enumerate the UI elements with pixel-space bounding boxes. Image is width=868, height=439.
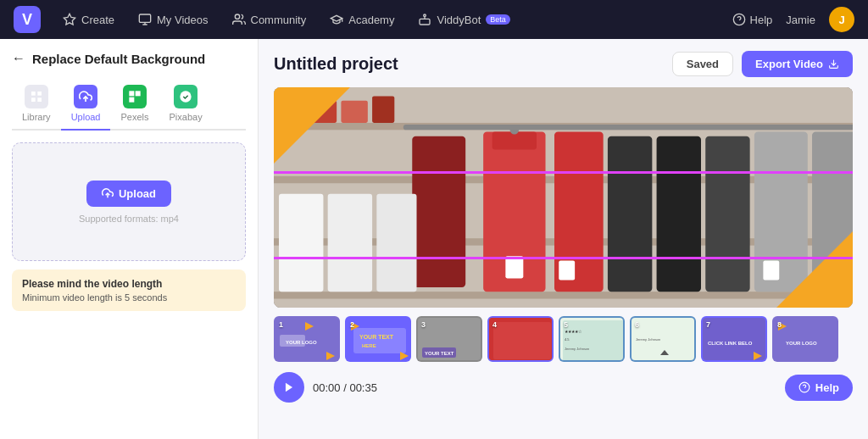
tab-upload-label: Upload (71, 112, 101, 122)
thumb-num-2: 2 (350, 320, 354, 329)
svg-rect-11 (129, 91, 134, 96)
nav-create[interactable]: Create (54, 8, 123, 31)
thumbnail-8[interactable]: 8 YOUR LOGO (772, 316, 838, 362)
play-button[interactable] (274, 372, 304, 403)
svg-text:CLICK LINK BELO: CLICK LINK BELO (708, 341, 753, 346)
svg-rect-35 (279, 194, 323, 292)
svg-rect-61 (563, 320, 624, 361)
svg-rect-30 (412, 136, 465, 287)
current-time: 00:00 / 00:35 (313, 381, 377, 394)
nav-my-videos[interactable]: My Videos (130, 8, 216, 31)
svg-rect-22 (274, 292, 853, 298)
nav-help-label: Help (750, 14, 773, 26)
svg-rect-36 (328, 194, 372, 292)
upload-tab-icon (74, 85, 97, 108)
main-layout: ← Replace Default Background Library Upl… (0, 39, 868, 439)
svg-rect-0 (139, 14, 150, 22)
svg-rect-42 (559, 260, 575, 280)
content-area: Untitled project Saved Export Video (259, 39, 868, 439)
video-line-bottom (274, 257, 853, 259)
svg-text:YOUR LOGO: YOUR LOGO (786, 341, 817, 346)
svg-rect-8 (31, 97, 36, 102)
upload-drop-zone[interactable]: Upload Supported formats: mp4 (12, 142, 246, 261)
sidebar: ← Replace Default Background Library Upl… (0, 39, 259, 439)
svg-text:YOUR LOGO: YOUR LOGO (286, 340, 317, 345)
back-button[interactable]: ← (12, 51, 25, 66)
svg-rect-38 (754, 131, 808, 292)
navigation: V Create My Videos Community Academy Vid… (0, 0, 868, 39)
tab-library[interactable]: Library (12, 80, 61, 131)
svg-rect-59 (493, 322, 551, 359)
thumbnail-4[interactable]: 4 (487, 316, 554, 362)
tab-pixabay-label: Pixabay (170, 112, 203, 122)
thumb-num-4: 4 (492, 320, 497, 329)
nav-viddybot[interactable]: ViddyBot Beta (409, 8, 518, 31)
nav-academy-label: Academy (348, 14, 394, 26)
svg-rect-41 (505, 256, 523, 278)
sidebar-title: Replace Default Background (32, 52, 205, 66)
svg-rect-34 (705, 136, 749, 292)
library-tab-icon (25, 85, 48, 108)
nav-community[interactable]: Community (224, 8, 315, 31)
svg-rect-26 (372, 96, 394, 122)
content-header: Untitled project Saved Export Video (274, 51, 853, 77)
thumb-frame-1: YOUR LOGO (275, 318, 340, 362)
svg-rect-25 (341, 101, 367, 123)
upload-button[interactable]: Upload (86, 181, 171, 207)
thumb-num-7: 7 (706, 320, 710, 329)
thumbnail-2[interactable]: 2 YOUR TEXT HERE (345, 316, 411, 362)
svg-rect-40 (403, 125, 853, 130)
svg-rect-33 (657, 136, 701, 292)
beta-badge: Beta (486, 14, 510, 25)
tab-library-label: Library (22, 112, 51, 122)
warning-title: Please mind the video length (22, 278, 236, 290)
thumb-frame-7: CLICK LINK BELO (703, 318, 767, 362)
nav-academy[interactable]: Academy (321, 8, 403, 31)
playback-bar: 00:00 / 00:35 Help (274, 372, 853, 403)
thumbnail-6[interactable]: 6 Jeremy Johnson (630, 316, 696, 362)
thumb-frame-2: YOUR TEXT HERE (347, 318, 411, 362)
thumbnail-strip: 1 YOUR LOGO 2 YOUR TEXT HERE (274, 316, 853, 364)
nav-my-videos-label: My Videos (157, 14, 208, 26)
export-button[interactable]: Export Video (742, 51, 853, 77)
thumb-num-6: 6 (635, 320, 639, 329)
video-preview (274, 87, 853, 308)
tab-pexels[interactable]: Pexels (110, 80, 159, 131)
help-button[interactable]: Help (785, 375, 853, 401)
user-avatar[interactable]: J (829, 7, 854, 32)
svg-text:YOUR TEXT: YOUR TEXT (425, 351, 454, 356)
svg-text:Jeremy Johnson: Jeremy Johnson (636, 337, 660, 342)
svg-rect-7 (37, 92, 42, 96)
export-button-label: Export Video (755, 58, 823, 70)
svg-rect-43 (763, 260, 779, 280)
nav-help[interactable]: Help (732, 13, 773, 26)
warning-box: Please mind the video length Minimum vid… (12, 270, 246, 311)
thumbnail-7[interactable]: 7 CLICK LINK BELO (701, 316, 767, 362)
svg-rect-71 (774, 318, 838, 362)
thumbnail-5[interactable]: 5 ★★★★☆ 4.5 Jeremy Johnson (559, 316, 625, 362)
svg-marker-74 (286, 383, 292, 392)
svg-rect-6 (31, 92, 36, 96)
tab-pixabay[interactable]: Pixabay (159, 80, 213, 131)
svg-point-3 (424, 14, 426, 17)
warning-text: Minimum video length is 5 seconds (22, 292, 236, 303)
project-title: Untitled project (274, 54, 672, 74)
pexels-tab-icon (123, 85, 147, 108)
logo[interactable]: V (14, 6, 41, 33)
svg-text:4.5: 4.5 (565, 337, 570, 342)
video-line-top (274, 171, 853, 174)
tab-upload[interactable]: Upload (61, 80, 111, 131)
thumb-frame-8: YOUR LOGO (774, 318, 838, 362)
pixabay-tab-icon (174, 85, 198, 108)
svg-rect-9 (37, 97, 42, 102)
svg-point-1 (235, 14, 239, 19)
svg-rect-50 (353, 328, 406, 353)
svg-rect-12 (136, 91, 141, 96)
nav-create-label: Create (81, 14, 114, 26)
svg-rect-13 (129, 97, 134, 103)
thumbnail-1[interactable]: 1 YOUR LOGO (274, 316, 340, 362)
thumbnail-3[interactable]: 3 YOUR TEXT (416, 316, 482, 362)
thumb-frame-6: Jeremy Johnson (632, 318, 696, 362)
svg-text:YOUR TEXT: YOUR TEXT (359, 334, 394, 340)
saved-button[interactable]: Saved (672, 52, 733, 76)
